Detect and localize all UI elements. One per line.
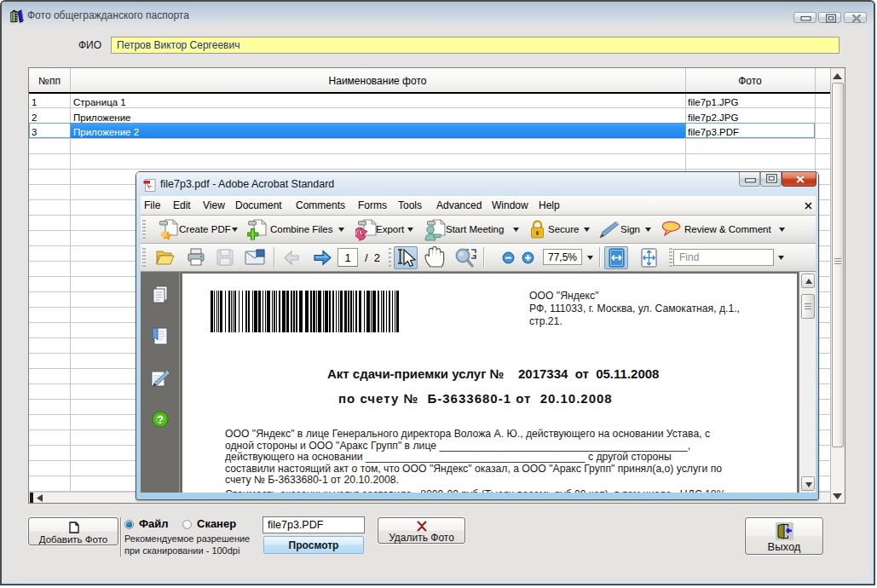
svg-text:?: ?	[157, 414, 163, 426]
